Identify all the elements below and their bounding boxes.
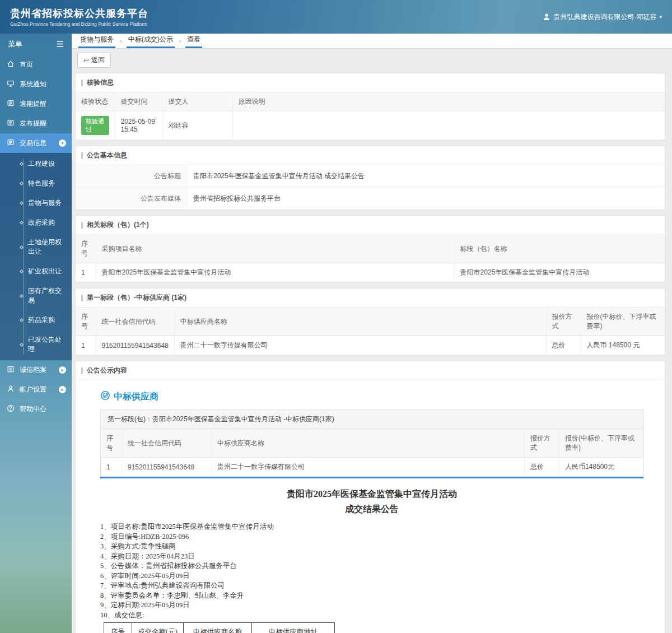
section-marker <box>81 222 83 229</box>
section-header: 核验信息 <box>76 73 665 92</box>
sidebar-item-help-center[interactable]: 帮助中心 <box>0 399 72 419</box>
col-header: 标段（包）名称 <box>454 235 665 263</box>
section-title: 相关标段（包）(1个) <box>87 220 149 230</box>
winner-supplier-heading: 中标供应商 <box>100 386 643 409</box>
breadcrumb-award-announcement[interactable]: 中标(成交)公示 <box>127 32 175 48</box>
sidebar-item-label: 帮助中心 <box>20 404 46 414</box>
user-menu[interactable]: 贵州弘典建设咨询有限公司-邓廷容 ▾ <box>543 12 662 22</box>
doc-line: 7、评审地点:贵州弘典建设咨询有限公司 <box>100 581 643 591</box>
hamburger-icon[interactable]: ☰ <box>57 39 64 49</box>
announcement-media-row: 公告发布媒体 贵州省招标投标公共服务平台 <box>76 188 665 210</box>
submenu-item-state-property[interactable]: 国有产权交易 <box>0 281 72 310</box>
diamond-bullet-icon <box>20 181 24 185</box>
sidebar-item-credit-archive[interactable]: 诚信档案 ▸ <box>0 360 72 380</box>
section-title: 第一标段（包）-中标供应商 (1家) <box>87 293 186 302</box>
sidebar-item-home[interactable]: 首页 <box>0 55 72 75</box>
col-header: 序号 <box>76 308 96 336</box>
section-marker <box>81 80 83 86</box>
submenu-item-mining-rights[interactable]: 矿业权出让 <box>0 262 72 281</box>
question-circle-icon <box>7 404 15 414</box>
breadcrumb-separator: › <box>179 38 181 48</box>
breadcrumb-goods-services[interactable]: 货物与服务 <box>78 32 115 48</box>
submenu-item-goods-services[interactable]: 货物与服务 <box>0 193 72 213</box>
col-header: 中标供应商地址 <box>252 623 335 633</box>
col-header: 报价(中标价、下浮率或费率) <box>559 429 643 458</box>
menu-label: 菜单 <box>8 39 22 49</box>
sidebar-item-publish-reminder[interactable]: 发布提醒 <box>0 114 72 133</box>
section-marker <box>81 367 83 374</box>
submenu-label: 矿业权出让 <box>28 267 62 276</box>
col-header: 报价(中标价、下浮率或费率) <box>581 308 665 336</box>
submenu-item-drug-procurement[interactable]: 药品采购 <box>0 310 72 330</box>
winning-suppliers-table: 序号 统一社会信用代码 中标供应商名称 报价方式 报价(中标价、下浮率或费率) … <box>76 308 665 355</box>
submenu-label: 药品采购 <box>28 315 55 325</box>
person-icon <box>7 385 15 394</box>
package-name-cell: 贵阳市2025年医保基金监管集中宣传月活动 <box>454 263 665 282</box>
doc-line: 4、采购日期：2025年04月23日 <box>100 552 643 562</box>
submenu-item-land-use-rights[interactable]: 土地使用权出让 <box>0 232 72 262</box>
verify-table: 核验状态 提交时间 提交人 原因说明 核验通过 2025-05-09 15:45… <box>76 92 665 140</box>
folder-icon <box>7 138 15 148</box>
col-header: 原因说明 <box>232 92 665 111</box>
sidebar-item-overdue-reminder[interactable]: 逾期提醒 <box>0 94 72 114</box>
platform-subtitle: GuiZhou Province Tendering and Bidding P… <box>10 21 148 27</box>
section-header: 第一标段（包）-中标供应商 (1家) <box>76 288 665 308</box>
submenu-item-government-procurement[interactable]: 政府采购 <box>0 213 72 232</box>
platform-brand: 贵州省招标投标公共服务平台 GuiZhou Province Tendering… <box>10 7 148 27</box>
supplier-name-cell: 贵州二十一数字传媒有限公司 <box>212 458 525 477</box>
col-header: 序号 <box>101 429 122 458</box>
section-header: 公告公示内容 <box>76 361 665 380</box>
diamond-bullet-icon <box>20 342 24 346</box>
field-label: 公告标题 <box>76 165 188 187</box>
section-title: 公告基本信息 <box>87 151 127 160</box>
sidebar-item-label: 逾期提醒 <box>20 99 46 109</box>
diamond-bullet-icon <box>20 294 24 297</box>
deal-info-table: 序号 成交金额(元) 中标供应商名称 中标供应商地址 1 148500.00 贵… <box>104 622 335 633</box>
col-header: 提交时间 <box>115 92 162 111</box>
doc-line: 1、项目名称:贵阳市2025年医保基金监管集中宣传月活动 <box>100 522 643 532</box>
verify-status-cell: 核验通过 <box>76 111 115 140</box>
sidebar-item-account-settings[interactable]: 帐户设置 ▸ <box>0 380 72 399</box>
chevron-down-icon: ▾ <box>659 14 662 20</box>
back-arrow-icon: ↩ <box>83 57 89 64</box>
toolbar: ↩ 返回 <box>72 49 672 72</box>
winner-heading-label: 中标供应商 <box>114 391 158 403</box>
package-bar-text: 第一标段(包)：贵阳市2025年医保基金监管集中宣传月活动 -中标供应商(1家) <box>100 409 643 429</box>
table-row: 核验通过 2025-05-09 15:45 邓廷容 <box>76 111 665 140</box>
announcement-document: 贵阳市2025年医保基金监管集中宣传月活动 成交结果公告 1、项目名称:贵阳市2… <box>100 486 643 633</box>
sidebar-item-transaction-info[interactable]: 交易信息 ▾ <box>0 133 72 153</box>
announcement-content-section: 公告公示内容 中标供应商 第一标段(包)：贵阳市2025年医保基金监管集中宣传月… <box>75 361 665 633</box>
field-label: 公告发布媒体 <box>76 188 188 210</box>
folder-icon <box>7 99 15 109</box>
col-header: 统一社会信用代码 <box>96 308 174 336</box>
chevron-right-icon: ▸ <box>59 366 66 374</box>
back-button[interactable]: ↩ 返回 <box>77 53 111 68</box>
table-row: 1 915201155941543648 贵州二十一数字传媒有限公司 总价 人民… <box>76 336 665 355</box>
sidebar-item-notifications[interactable]: 系统通知 <box>0 75 72 94</box>
section-header: 相关标段（包）(1个) <box>76 216 665 235</box>
price-type-cell: 总价 <box>546 336 581 355</box>
sidebar-item-label: 帐户设置 <box>20 385 46 394</box>
submenu-label: 工程建设 <box>28 159 55 169</box>
submitter-cell: 邓廷容 <box>162 111 232 140</box>
breadcrumb-view[interactable]: 查看 <box>185 32 202 48</box>
announcement-basic-section: 公告基本信息 公告标题 贵阳市2025年医保基金监管集中宣传月活动 成交结果公告… <box>75 146 665 210</box>
diamond-bullet-icon <box>20 245 24 249</box>
doc-line: 9、定标日期:2025年05月09日 <box>100 601 643 611</box>
top-header: 贵州省招标投标公共服务平台 GuiZhou Province Tendering… <box>0 0 672 34</box>
sidebar-item-label: 发布提醒 <box>20 119 46 128</box>
chevron-down-icon: ▾ <box>59 139 66 147</box>
diamond-bullet-icon <box>20 269 24 273</box>
col-header: 中标供应商名称 <box>212 429 525 458</box>
status-badge: 核验通过 <box>81 116 109 135</box>
submenu-item-published-announcements[interactable]: 已发公告处理 <box>0 330 72 359</box>
submenu-item-engineering[interactable]: 工程建设 <box>0 154 72 174</box>
verify-info-section: 核验信息 核验状态 提交时间 提交人 原因说明 核验通过 2025-05-09 … <box>75 73 665 141</box>
submenu-item-special-services[interactable]: 特色服务 <box>0 174 72 193</box>
platform-title: 贵州省招标投标公共服务平台 <box>10 7 148 20</box>
section-title: 核验信息 <box>87 78 114 87</box>
sidebar-item-label: 诚信档案 <box>20 365 46 375</box>
submenu-label: 政府采购 <box>28 218 55 227</box>
sidebar-item-label: 首页 <box>20 60 33 69</box>
col-header: 报价方式 <box>525 429 559 458</box>
